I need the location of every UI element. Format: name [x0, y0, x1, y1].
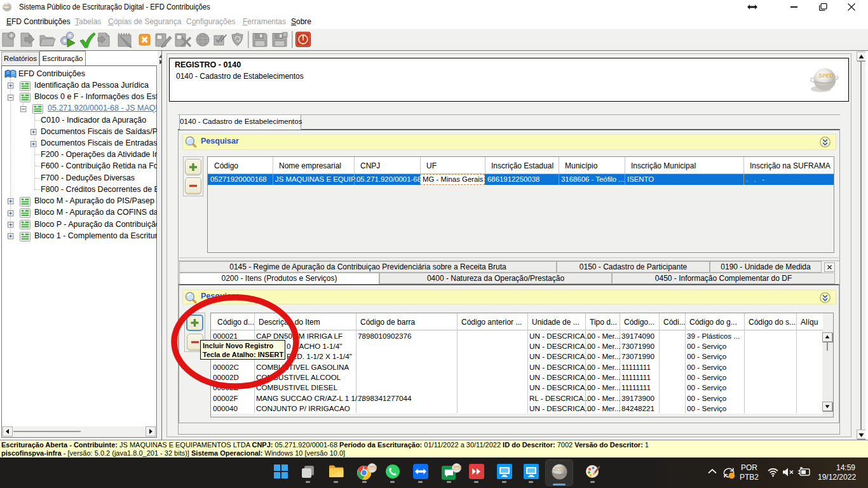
- svg-text:SPED: SPED: [369, 465, 377, 469]
- svg-text:SPED: SPED: [555, 466, 564, 470]
- svg-text:SPED: SPED: [4, 4, 10, 7]
- svg-text:SPED: SPED: [454, 465, 462, 469]
- svg-text:SPED: SPED: [819, 72, 834, 79]
